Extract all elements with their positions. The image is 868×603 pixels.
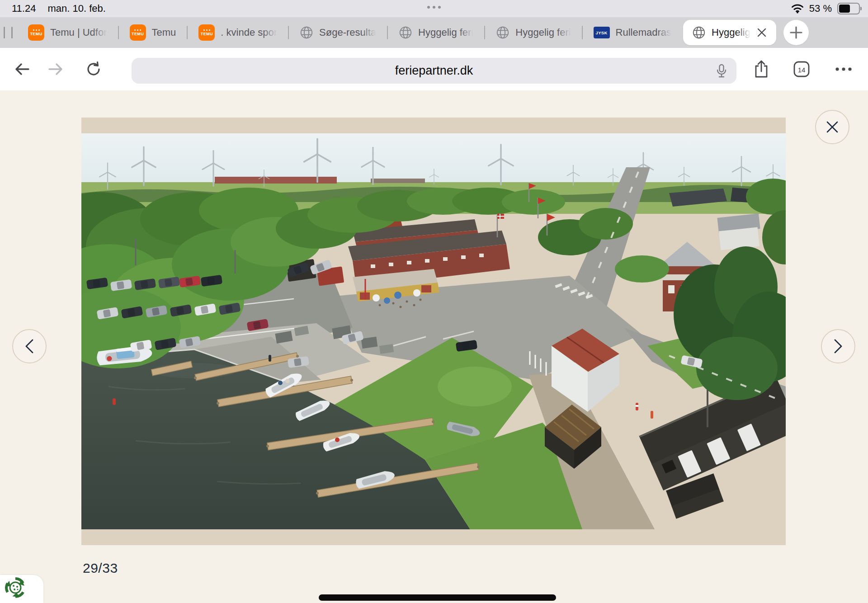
reload-button[interactable]: [85, 61, 102, 78]
temu-favicon-icon: TEMU: [28, 24, 44, 41]
image-counter: 29/33: [83, 561, 118, 576]
tab-bar: TEMU Temu | Udfor TEMU Temu TEMU . kvind…: [0, 17, 868, 48]
status-bar: 11.24 man. 10. feb. 53 %: [0, 0, 868, 17]
tab-hyggelig-ferie-2[interactable]: Hyggelig feri: [487, 17, 580, 48]
tab-hyggelig-ferie-1[interactable]: Hyggelig feri: [390, 17, 482, 48]
url-text: feriepartner.dk: [395, 64, 473, 78]
tab-label: Hyggelig feri: [418, 27, 473, 38]
address-bar[interactable]: feriepartner.dk: [132, 58, 736, 84]
tab-soege-resultater[interactable]: Søge-resulta: [291, 17, 385, 48]
home-indicator[interactable]: [319, 594, 556, 601]
temu-favicon-icon: TEMU: [198, 24, 215, 41]
tab-label: Temu: [152, 27, 176, 38]
tab-separator: [484, 26, 485, 39]
recycle-logo-icon: [3, 575, 28, 602]
tab-overview-button[interactable]: 14: [792, 60, 811, 79]
gallery-previous-button[interactable]: [12, 329, 47, 363]
gallery-next-button[interactable]: [821, 329, 855, 363]
tab-edge-separator: [11, 27, 13, 38]
globe-favicon-icon: [399, 26, 412, 39]
tab-label: Hyggelig feri: [515, 27, 571, 38]
tab-separator: [582, 26, 583, 39]
globe-favicon-icon: [496, 26, 509, 39]
forward-button[interactable]: [47, 61, 64, 77]
tab-separator: [387, 26, 388, 39]
battery-icon: [837, 3, 860, 14]
chevron-right-icon: [833, 339, 843, 354]
wifi-icon: [791, 4, 804, 14]
tab-label: . kvinde spor: [221, 27, 277, 38]
tab-label: Søge-resulta: [319, 27, 376, 38]
clock: 11.24: [12, 3, 36, 14]
tab-active-hyggelig-ferie[interactable]: Hyggelig: [683, 20, 776, 45]
ipad-screen: 11.24 man. 10. feb. 53 % TEMU Temu | Udf: [0, 0, 868, 603]
multitask-handle-icon[interactable]: [427, 6, 441, 9]
photo-gallery-lightbox: [81, 118, 786, 545]
svg-text:14: 14: [798, 66, 806, 74]
share-icon[interactable]: [753, 60, 769, 79]
browser-toolbar: feriepartner.dk 14: [0, 48, 868, 90]
tab-separator: [288, 26, 289, 39]
globe-favicon-icon: [300, 26, 313, 39]
cookie-widget-button[interactable]: [0, 575, 43, 603]
back-button[interactable]: [14, 61, 31, 77]
tab-label: Rullemadras: [616, 27, 672, 38]
tab-close-icon[interactable]: [756, 27, 767, 38]
new-tab-button[interactable]: [783, 20, 809, 45]
more-options-icon[interactable]: [835, 66, 853, 72]
tab-edge-separator: [4, 27, 5, 38]
plus-icon: [789, 26, 803, 39]
globe-favicon-icon: [692, 26, 706, 39]
jysk-favicon-icon: JYSK: [594, 27, 610, 38]
microphone-icon[interactable]: [716, 64, 727, 81]
gallery-photo: [81, 133, 786, 529]
gallery-close-button[interactable]: [815, 110, 849, 144]
chevron-left-icon: [24, 339, 34, 354]
battery-percent: 53 %: [809, 3, 832, 14]
date: man. 10. feb.: [47, 3, 105, 14]
temu-favicon-icon: TEMU: [130, 24, 146, 41]
tab-temu[interactable]: TEMU Temu: [121, 17, 185, 48]
tab-temu-udforsk[interactable]: TEMU Temu | Udfor: [19, 17, 116, 48]
tab-label: Temu | Udfor: [50, 27, 107, 38]
tab-separator: [187, 26, 188, 39]
tab-rullemadras[interactable]: JYSK Rullemadras: [585, 17, 681, 48]
tab-separator: [118, 26, 119, 39]
close-icon: [826, 120, 839, 134]
tab-kvinde-sport[interactable]: TEMU . kvinde spor: [189, 17, 286, 48]
tab-label: Hyggelig: [712, 27, 750, 38]
webpage-feriepartner: 29/33: [0, 90, 868, 603]
